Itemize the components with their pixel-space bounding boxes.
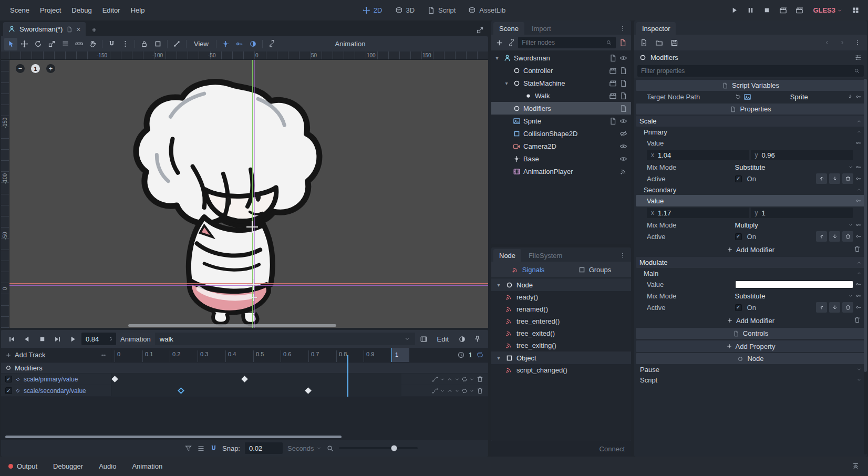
- clapper-icon[interactable]: [609, 67, 617, 75]
- pin-button[interactable]: [471, 333, 484, 345]
- bottom-tab-debugger[interactable]: Debugger: [53, 462, 83, 470]
- delete-track-icon[interactable]: [476, 375, 484, 383]
- visibility-icon[interactable]: [619, 117, 627, 125]
- snap-icon[interactable]: [210, 444, 218, 452]
- stop-button[interactable]: [760, 4, 774, 17]
- save-resource-button[interactable]: [668, 36, 681, 49]
- new-resource-button[interactable]: [637, 36, 650, 49]
- active-checkbox[interactable]: [735, 304, 742, 311]
- active-checkbox[interactable]: [735, 175, 742, 182]
- tree-node-walk[interactable]: Walk: [491, 89, 631, 102]
- history-forward-button[interactable]: [835, 36, 849, 49]
- chevron-down-icon[interactable]: [440, 377, 445, 382]
- move-down-button[interactable]: [829, 231, 840, 242]
- track-row[interactable]: scale/primary/value: [1, 374, 488, 385]
- position-gizmo[interactable]: [246, 221, 258, 233]
- menu-project[interactable]: Project: [35, 4, 66, 17]
- track-group-modifiers[interactable]: Modifiers: [1, 363, 488, 374]
- anim-stop-button[interactable]: [36, 333, 49, 345]
- zoom-reset-button[interactable]: 1: [31, 64, 40, 73]
- anim-edit-button[interactable]: Edit: [432, 334, 453, 345]
- group-script[interactable]: Script: [636, 375, 865, 385]
- section-properties[interactable]: Properties: [636, 104, 865, 115]
- new-scene-tab-button[interactable]: [88, 24, 100, 36]
- group-pause[interactable]: Pause: [636, 364, 865, 375]
- script-icon[interactable]: [619, 105, 627, 112]
- filter-tracks-icon[interactable]: [184, 444, 192, 452]
- zoom-out-button[interactable]: −: [16, 64, 25, 73]
- revert-icon[interactable]: [735, 94, 741, 100]
- scale-tool-button[interactable]: [45, 38, 58, 50]
- origin-gizmo[interactable]: [248, 280, 259, 290]
- menu-debug[interactable]: Debug: [67, 4, 96, 17]
- filter-properties-field[interactable]: [641, 67, 851, 75]
- timeline-playhead[interactable]: [347, 355, 348, 397]
- category-modulate[interactable]: Modulate: [636, 257, 865, 268]
- signal-tree-exiting[interactable]: tree_exiting(): [491, 339, 631, 351]
- prop-secondary-mix-mode[interactable]: Mix Mode Multiply: [636, 219, 865, 231]
- chevron-down-icon[interactable]: [848, 293, 853, 298]
- animation-length[interactable]: 1: [469, 351, 472, 359]
- mix-mode-value[interactable]: Substitute: [735, 292, 766, 300]
- group-node-button[interactable]: [151, 38, 164, 50]
- interpolation-icon[interactable]: [447, 376, 453, 382]
- groups-tab[interactable]: Groups: [561, 266, 628, 274]
- visibility-icon[interactable]: [619, 54, 627, 62]
- filter-properties-input[interactable]: [637, 65, 864, 77]
- play-custom-scene-button[interactable]: [792, 4, 807, 17]
- prop-target-node-path[interactable]: Target Node Path Sprite: [636, 91, 865, 102]
- ruler-tool-button[interactable]: [73, 38, 86, 50]
- snap-value-field[interactable]: 0.02: [245, 442, 283, 454]
- key-icon[interactable]: [855, 140, 862, 146]
- spinner-icon[interactable]: [108, 336, 114, 342]
- tree-node-controller[interactable]: Controller: [491, 64, 631, 77]
- prop-primary-mix-mode[interactable]: Mix Mode Substitute: [636, 161, 865, 173]
- anim-skip-start-button[interactable]: [5, 333, 18, 345]
- tree-node-camera2d[interactable]: Camera2D: [491, 140, 631, 152]
- tree-node-swordsman[interactable]: ▾ Swordsman: [491, 51, 631, 64]
- clapper-icon[interactable]: [609, 79, 617, 87]
- chevron-down-icon[interactable]: [848, 222, 853, 227]
- key-icon[interactable]: [855, 198, 862, 204]
- script-icon[interactable]: [619, 67, 627, 75]
- group-main[interactable]: Main: [636, 268, 865, 278]
- chevron-down-icon[interactable]: [469, 377, 474, 382]
- menu-scene[interactable]: Scene: [5, 4, 34, 17]
- prop-secondary-active[interactable]: Active On: [636, 231, 865, 242]
- anim-step-forward-button[interactable]: [51, 333, 64, 345]
- tools-icon[interactable]: [854, 54, 862, 61]
- wrap-mode-icon[interactable]: [461, 388, 468, 394]
- key-icon[interactable]: [855, 164, 862, 170]
- scene-dock-menu-icon[interactable]: [616, 22, 629, 35]
- onion-skin-button[interactable]: [456, 333, 469, 345]
- anim-play-button[interactable]: [66, 333, 79, 345]
- zoom-in-button[interactable]: +: [46, 64, 55, 73]
- section-controls[interactable]: Controls: [636, 328, 865, 339]
- key-icon[interactable]: [855, 293, 862, 299]
- chevron-down-icon[interactable]: [440, 388, 445, 394]
- update-mode-icon[interactable]: [432, 376, 438, 382]
- filter-nodes-field[interactable]: [522, 39, 603, 46]
- track-keyframes[interactable]: [111, 385, 401, 396]
- secondary-y-field[interactable]: y1: [751, 208, 853, 218]
- base-gizmo[interactable]: [250, 294, 257, 301]
- track-enabled-checkbox[interactable]: [5, 376, 12, 382]
- signal-section-object[interactable]: ▾ Object: [491, 351, 631, 364]
- inspector-scrollbar[interactable]: [864, 79, 867, 454]
- keyframe[interactable]: [178, 387, 184, 394]
- prop-primary-value[interactable]: Value: [636, 137, 865, 149]
- assign-icon[interactable]: [847, 94, 853, 100]
- modulate-color-swatch[interactable]: [735, 281, 853, 288]
- signal-section-node[interactable]: ▾ Node: [491, 278, 631, 291]
- mix-mode-value[interactable]: Multiply: [735, 221, 758, 229]
- visibility-icon[interactable]: [619, 142, 627, 150]
- script-icon[interactable]: [619, 79, 627, 87]
- viewport-canvas[interactable]: -150 -100 -50 0 50 100 150 -150 -100 -50…: [1, 51, 488, 328]
- group-tracks-icon[interactable]: [197, 444, 205, 452]
- workspace-2d[interactable]: 2D: [358, 4, 387, 16]
- workspace-assetlib[interactable]: AssetLib: [464, 4, 510, 16]
- move-up-button[interactable]: [816, 173, 827, 184]
- timeline-ruler[interactable]: 0 0.1 0.2 0.3 0.4 0.5 0.6 0.7 0.8 0.9 1: [111, 348, 401, 362]
- move-up-button[interactable]: [816, 231, 827, 242]
- history-back-button[interactable]: [820, 36, 833, 49]
